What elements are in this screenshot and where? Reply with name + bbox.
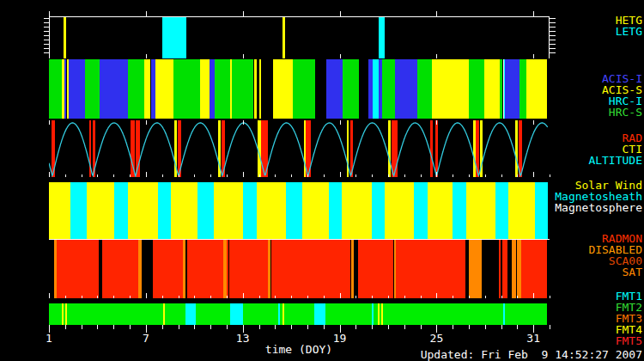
sim-segment-hrc-s xyxy=(469,59,484,119)
x-axis-tick xyxy=(179,325,179,329)
x-axis-tick xyxy=(49,172,50,177)
x-axis-tick xyxy=(179,174,179,177)
sim-segment-acis-s xyxy=(200,59,210,119)
region-segment-magnetosheath xyxy=(243,182,257,239)
sim-segment-hrc-s xyxy=(417,59,432,119)
x-axis-tick xyxy=(113,325,114,329)
axis-line xyxy=(49,239,550,240)
y-axis-tick xyxy=(550,22,556,23)
radzone-segment-radmon xyxy=(153,240,183,298)
x-axis-tick xyxy=(436,11,437,16)
x-tick-label: 13 xyxy=(236,332,250,345)
panel-gratings xyxy=(49,16,550,58)
x-axis-tick xyxy=(436,293,437,298)
x-axis-tick xyxy=(533,11,534,16)
radzone-segment-radmon xyxy=(521,240,547,298)
x-axis-tick xyxy=(307,325,308,329)
y-axis-tick xyxy=(550,18,556,19)
sim-segment-acis-s xyxy=(526,59,547,119)
x-axis-tick xyxy=(533,54,534,58)
x-axis-tick xyxy=(210,325,211,329)
x-axis-tick xyxy=(113,174,114,177)
radzone-segment-radmon xyxy=(227,240,228,298)
format-segment-fmt1 xyxy=(278,303,280,325)
region-segment-magnetosheath xyxy=(286,182,302,239)
x-axis-tick xyxy=(194,325,195,329)
x-axis-tick xyxy=(146,120,147,125)
x-axis-tick xyxy=(355,325,356,329)
x-axis-tick xyxy=(291,325,292,329)
panel-sim xyxy=(49,59,550,119)
y-axis-tick xyxy=(550,48,556,49)
x-axis-tick xyxy=(162,174,163,177)
x-axis-tick xyxy=(49,54,50,58)
radzone-segment-radmon xyxy=(187,240,223,298)
x-axis-tick xyxy=(146,11,147,16)
x-axis-tick xyxy=(421,296,422,298)
x-axis-tick xyxy=(291,296,292,298)
format-segment-fmt1 xyxy=(503,303,504,325)
sim-segment-hrc-s xyxy=(85,59,100,119)
gratings-segment-letg xyxy=(379,16,385,58)
x-axis-tick xyxy=(49,293,50,298)
x-axis-tick xyxy=(404,174,405,177)
y-axis-tick xyxy=(44,40,49,40)
x-axis-tick xyxy=(130,296,131,298)
x-axis-tick xyxy=(550,325,550,329)
sim-segment-hrc-s xyxy=(519,59,526,119)
region-segment-magnetosheath xyxy=(197,182,214,239)
sim-segment-none xyxy=(315,59,325,119)
sim-segment-acis-i xyxy=(505,59,519,119)
x-axis-tick xyxy=(550,174,550,177)
x-axis-tick xyxy=(550,296,550,298)
radzone-segment-disabled xyxy=(138,240,142,298)
y-axis-tick xyxy=(44,31,49,32)
region-segment-magnetosheath xyxy=(495,182,508,239)
x-axis-tick xyxy=(533,172,534,177)
timeline-plot: HETGLETGACIS-IACIS-SHRC-IHRC-SRADCTIALTI… xyxy=(0,0,644,361)
x-axis-tick xyxy=(130,174,131,177)
gratings-segment-hetg xyxy=(64,16,66,58)
x-axis-tick xyxy=(162,325,163,329)
label-letg: LETG xyxy=(616,26,642,37)
y-axis-tick xyxy=(550,52,556,53)
x-axis-tick xyxy=(146,293,147,298)
x-axis-tick xyxy=(259,296,260,298)
altitude-curve xyxy=(49,120,550,177)
x-axis-tick xyxy=(517,296,518,298)
format-segment-fmt4 xyxy=(378,303,380,325)
label-hrc-s: HRC-S xyxy=(609,107,642,118)
x-axis-tick xyxy=(146,54,147,58)
x-axis-tick xyxy=(210,296,211,298)
x-axis-tick xyxy=(243,293,244,298)
x-axis-tick xyxy=(227,174,228,177)
label-fmt5: FMT5 xyxy=(616,335,642,346)
y-axis-tick xyxy=(44,22,49,23)
y-axis-tick xyxy=(550,44,556,45)
label-magnetosphere: Magnetosphere xyxy=(555,202,642,213)
x-axis-tick xyxy=(436,172,437,177)
x-axis-tick xyxy=(49,11,50,16)
x-axis-tick xyxy=(307,296,308,298)
radzone-segment-radmon xyxy=(499,240,501,298)
x-axis-tick xyxy=(372,325,373,329)
x-axis-tick xyxy=(82,174,82,177)
x-axis-tick xyxy=(453,174,453,177)
x-axis-tick xyxy=(436,54,437,58)
x-axis-tick xyxy=(453,325,453,329)
x-axis-tick xyxy=(194,174,195,177)
region-segment-magnetosheath xyxy=(414,182,428,239)
radzone-segment-radmon xyxy=(358,240,394,298)
x-axis-tick xyxy=(113,296,114,298)
x-axis-tick xyxy=(436,120,437,125)
gratings-segment-hetg xyxy=(283,16,285,58)
y-axis-tick xyxy=(44,18,49,19)
x-axis-tick xyxy=(517,325,518,329)
y-axis-tick xyxy=(44,27,49,28)
radzone-segment-radmon xyxy=(271,240,351,298)
radzone-segment-radmon xyxy=(102,240,138,298)
x-axis-tick xyxy=(388,174,389,177)
y-axis-tick xyxy=(550,27,556,28)
x-axis-tick xyxy=(291,174,292,177)
x-axis-tick xyxy=(469,325,470,329)
